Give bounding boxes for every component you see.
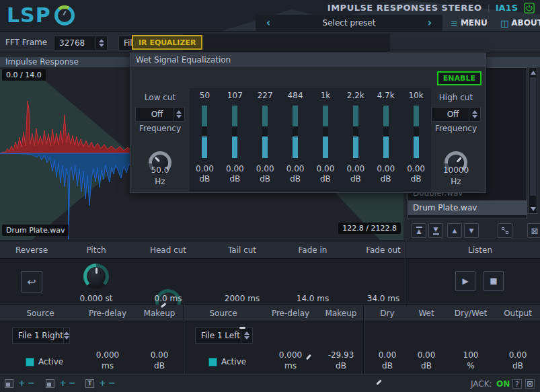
eq-band: 484 0.00dB (280, 88, 311, 192)
stop-icon: ■ (490, 276, 497, 286)
fft-frame-spinner[interactable]: 32768 (54, 36, 108, 50)
band-freq-label: 1k (321, 91, 331, 102)
high-cut-freq-knob[interactable] (445, 151, 467, 174)
pitch-label: Pitch (69, 245, 123, 255)
low-cut-column: Low cut Off Frequency 50.0 Hz (130, 88, 190, 192)
preset-select[interactable]: Select preset (270, 18, 428, 28)
jack-status: ON (496, 379, 510, 389)
band-gain-slider[interactable] (293, 106, 298, 158)
band-gain-value: 0.00dB (286, 164, 305, 184)
list-item-selected[interactable]: Drum Plate.wav (408, 200, 527, 215)
tail-cut-value: 2000 ms (215, 294, 269, 303)
ch2-source-select[interactable]: File 1 Left (195, 327, 253, 344)
reverse-icon: ↩ (27, 276, 36, 288)
menu-button[interactable]: ≡ MENU (451, 15, 488, 31)
play-button[interactable]: ▶ (455, 271, 475, 291)
low-cut-mode-select[interactable]: Off (135, 107, 185, 122)
spinner-arrows-icon[interactable] (469, 108, 480, 121)
dry-value: 0.00 (371, 350, 404, 360)
eq-enable-button[interactable]: ENABLE (437, 71, 481, 85)
scrollbar-thumb[interactable] (530, 77, 536, 196)
scale-plus-button[interactable]: + (18, 378, 26, 388)
jack-label: JACK: (471, 379, 492, 389)
head-cut-knob[interactable] (155, 289, 181, 315)
ch2-active-label: Active (221, 357, 246, 366)
high-cut-mode-select[interactable]: Off (431, 107, 481, 122)
band-gain-slider[interactable] (383, 106, 389, 158)
band-gain-value: 0.00dB (407, 164, 425, 184)
eq-band: 2.2k 0.00dB (340, 88, 371, 192)
about-button[interactable]: ◫ ABOUT (500, 15, 540, 31)
scroll-up-icon[interactable] (529, 68, 537, 77)
arrow-down-icon: ▼ (469, 228, 474, 234)
spinner-arrows-icon[interactable] (95, 36, 107, 50)
reverse-label: Reverse (8, 245, 55, 255)
low-cut-freq-label: Frequency (130, 124, 190, 133)
wet-signal-eq-popup: Wet Signal Equalization ENABLE Low cut O… (130, 52, 486, 193)
wet-value: 0.00 (410, 350, 443, 360)
band-gain-slider[interactable] (353, 106, 358, 158)
arrow-down-icon: ▼ (434, 227, 438, 233)
ch1-makeup-unit: dB (139, 361, 180, 370)
move-up-button[interactable]: ▲ (447, 223, 462, 238)
high-cut-mode-value: Off (432, 110, 469, 119)
scroll-down-icon[interactable] (529, 204, 537, 213)
graph-range-bottom: 122.8 / 2122.8 (338, 223, 401, 234)
spinner-arrows-icon[interactable] (63, 328, 69, 343)
about-icon: ◫ (500, 18, 508, 28)
arrow-up-icon: ▲ (453, 228, 457, 234)
eq-bands: 50 0.00dB 107 0.00dB 227 0.00dB 484 0.00… (190, 88, 431, 192)
help-button[interactable]: ? (512, 379, 522, 389)
spinner-arrows-icon[interactable] (173, 108, 184, 121)
stop-button[interactable]: ■ (484, 271, 504, 291)
pitch-knob[interactable] (83, 264, 109, 289)
ir-equalizer-button[interactable]: IR EQUALIZER (132, 35, 202, 50)
remove-file-button[interactable]: ⊠ (527, 223, 540, 238)
ch1-source-select[interactable]: File 1 Right (12, 327, 70, 344)
ch2-source-value: File 1 Left (196, 331, 241, 340)
move-down-button[interactable]: ▼ (464, 223, 479, 238)
power-icon[interactable] (524, 3, 535, 13)
arrow-up-icon: ▲ (417, 229, 422, 235)
ch1-makeup-value: 0.00 (139, 350, 180, 360)
scale-plus-button[interactable]: + (59, 378, 67, 388)
wet-label: Wet (406, 309, 447, 318)
high-cut-label: High cut (426, 93, 486, 102)
swap-diagonal-icon (501, 227, 509, 235)
band-gain-slider[interactable] (202, 106, 207, 158)
font-scale-icon[interactable]: T (85, 379, 94, 388)
band-gain-slider[interactable] (323, 106, 328, 158)
preset-next-button[interactable]: › (428, 17, 432, 29)
move-to-bottom-button[interactable]: ▼ (428, 223, 443, 238)
graph-file-label: Drum Plate.wav (2, 225, 69, 236)
output-label: Output (498, 309, 538, 318)
ch2-makeup-unit: dB (321, 361, 361, 370)
ch1-source-value: File 1 Right (13, 331, 63, 340)
reverse-button[interactable]: ↩ (21, 271, 42, 292)
pitch-value: 0.000 st (69, 294, 123, 303)
spinner-arrows-icon[interactable] (241, 328, 252, 343)
scale-minus-button[interactable]: − (28, 378, 35, 388)
band-gain-slider[interactable] (262, 106, 268, 158)
ch1-active-checkbox[interactable] (26, 358, 34, 366)
disconnect-button[interactable]: ⊠ (525, 379, 535, 389)
font-minus-button[interactable]: − (108, 378, 116, 388)
low-cut-freq-knob[interactable] (149, 151, 171, 174)
swap-button[interactable] (498, 223, 512, 238)
file-list-scrollbar[interactable] (529, 67, 537, 214)
move-to-top-button[interactable]: ▲ (412, 223, 426, 238)
band-gain-slider[interactable] (414, 106, 419, 158)
font-plus-button[interactable]: + (99, 378, 106, 388)
band-gain-slider[interactable] (232, 106, 237, 158)
scale-minus-button[interactable]: − (69, 378, 76, 388)
fade-in-knob[interactable] (300, 340, 325, 366)
window-scale-icon[interactable] (5, 379, 13, 388)
ch2-active-checkbox[interactable] (208, 358, 217, 366)
window-scale-icon[interactable] (46, 379, 54, 388)
ch1-source-label: Source (13, 309, 67, 318)
band-gain-value: 0.00dB (377, 164, 395, 184)
band-freq-label: 107 (227, 91, 243, 102)
fft-frame-label: FFT Frame (5, 38, 47, 47)
fade-out-knob[interactable] (371, 366, 396, 391)
title-separator: | (488, 3, 490, 13)
